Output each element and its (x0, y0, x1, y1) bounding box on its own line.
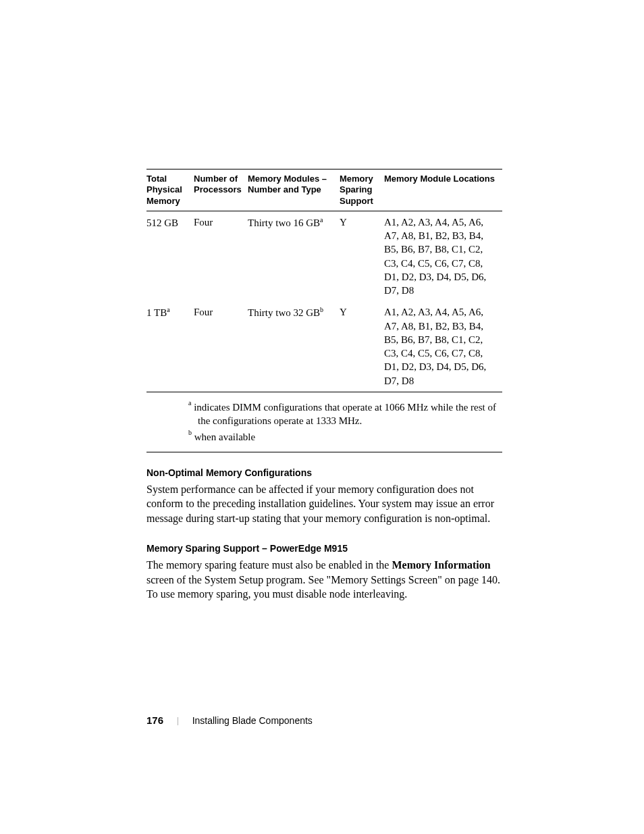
heading-non-optimal: Non-Optimal Memory Configurations (146, 467, 502, 478)
cell-processors: Four (194, 211, 248, 301)
col-total-memory: Total Physical Memory (146, 170, 194, 211)
cell-total-memory: 1 TBa (146, 301, 194, 392)
footnote-a: a indicates DIMM configurations that ope… (146, 400, 502, 428)
page-number: 176 (146, 714, 163, 726)
cell-locations: A1, A2, A3, A4, A5, A6, A7, A8, B1, B2, … (384, 211, 502, 301)
cell-total-memory: 512 GB (146, 211, 194, 301)
cell-locations: A1, A2, A3, A4, A5, A6, A7, A8, B1, B2, … (384, 301, 502, 392)
paragraph-memory-sparing: The memory sparing feature must also be … (146, 558, 502, 602)
col-num-processors: Number of Processors (194, 170, 248, 211)
footnote-b: b when available (146, 429, 502, 444)
cell-sparing: Y (340, 301, 384, 392)
col-memory-modules: Memory Modules – Number and Type (248, 170, 340, 211)
cell-modules: Thirty two 32 GBb (248, 301, 340, 392)
page-footer: 176 | Installing Blade Components (146, 714, 313, 726)
cell-modules: Thirty two 16 GBa (248, 211, 340, 301)
heading-memory-sparing: Memory Sparing Support – PowerEdge M915 (146, 543, 502, 554)
col-sparing-support: Memory Sparing Support (340, 170, 384, 211)
memory-config-table: Total Physical Memory Number of Processo… (146, 169, 502, 392)
footer-title: Installing Blade Components (192, 715, 313, 726)
paragraph-non-optimal: System performance can be affected if yo… (146, 482, 502, 526)
table-header-row: Total Physical Memory Number of Processo… (146, 170, 502, 211)
col-module-locations: Memory Module Locations (384, 170, 502, 211)
table-row: 1 TBa Four Thirty two 32 GBb Y A1, A2, A… (146, 301, 502, 392)
table-row: 512 GB Four Thirty two 16 GBa Y A1, A2, … (146, 211, 502, 301)
footer-separator: | (177, 715, 179, 726)
cell-sparing: Y (340, 211, 384, 301)
page-content: Total Physical Memory Number of Processo… (0, 0, 644, 602)
cell-processors: Four (194, 301, 248, 392)
table-footnotes: a indicates DIMM configurations that ope… (146, 392, 502, 452)
